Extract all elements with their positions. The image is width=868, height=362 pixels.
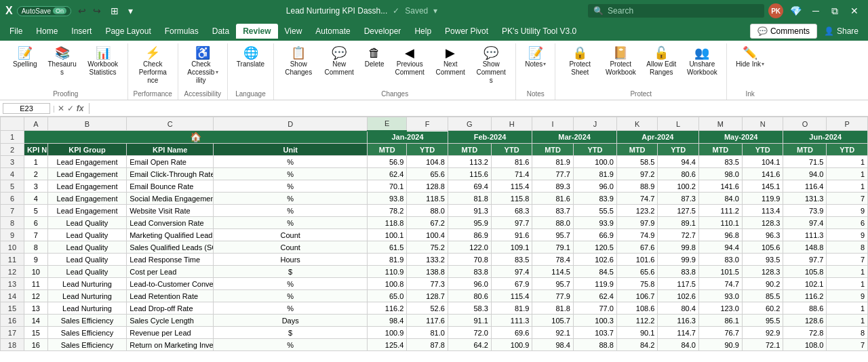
col-K-header[interactable]: K (616, 117, 658, 131)
col-G-header[interactable]: G (448, 117, 491, 131)
cancel-icon[interactable]: ✕ (58, 104, 64, 113)
col-F-header[interactable]: F (407, 117, 448, 131)
cell-M3[interactable]: 83.5 (698, 156, 742, 168)
cell-MN1[interactable]: May-2024 (698, 131, 783, 144)
cell-reference-input[interactable] (3, 103, 50, 114)
cell-D3[interactable]: % (214, 156, 368, 168)
delete-comment-button[interactable]: 🗑 Delete (361, 45, 388, 71)
thesaurus-button[interactable]: 📚 Thesaurus (43, 45, 81, 79)
col-P-header[interactable]: P (827, 117, 868, 131)
autosave-toggle[interactable]: AutoSave On (17, 6, 71, 16)
tab-automate[interactable]: Automate (309, 24, 357, 39)
check-performance-button[interactable]: ⚡ Check Performance (134, 45, 172, 87)
protect-workbook-button[interactable]: 📔 Protect Workbook (601, 45, 639, 79)
tab-power-pivot[interactable]: Power Pivot (438, 24, 495, 39)
cell-F3[interactable]: 104.8 (407, 156, 448, 168)
cell-P3[interactable]: 1 (827, 156, 868, 168)
col-O-header[interactable]: O (783, 117, 827, 131)
protect-sheet-button[interactable]: 🔒 Protect Sheet (561, 45, 599, 79)
minimize-button[interactable]: ─ (808, 4, 823, 18)
tab-pk-utility[interactable]: PK's Utility Tool V3.0 (495, 24, 583, 39)
cell-P2[interactable]: YTD (827, 144, 868, 156)
share-button[interactable]: 👤 Share (817, 24, 865, 38)
col-M-header[interactable]: M (698, 117, 742, 131)
col-L-header[interactable]: L (658, 117, 699, 131)
unshare-workbook-button[interactable]: 👥 Unshare Workbook (683, 45, 721, 79)
cell-O3[interactable]: 71.5 (783, 156, 827, 168)
previous-comment-button[interactable]: ◀ Previous Comment (391, 45, 429, 79)
cell-OP1[interactable]: Jun-2024 (783, 131, 868, 144)
cell-EF1[interactable]: Jan-2024 (368, 131, 448, 144)
cell-H3[interactable]: 81.6 (491, 156, 532, 168)
tab-help[interactable]: Help (408, 24, 438, 39)
tab-developer[interactable]: Developer (357, 24, 408, 39)
col-I-header[interactable]: I (532, 117, 574, 131)
tab-home[interactable]: Home (29, 24, 64, 39)
col-E-header[interactable]: E (368, 117, 407, 131)
cell-G2[interactable]: MTD (448, 144, 491, 156)
function-icon[interactable]: fx (77, 104, 84, 113)
notes-button[interactable]: 📝 Notes ▾ (521, 45, 549, 71)
cell-C3[interactable]: Email Open Rate (127, 156, 214, 168)
col-C-header[interactable]: C (127, 117, 214, 131)
cell-A3[interactable]: 1 (24, 156, 47, 168)
quick-access-button[interactable]: ⊞ (108, 4, 121, 18)
cell-F2[interactable]: YTD (407, 144, 448, 156)
more-tools-button[interactable]: ▾ (125, 4, 136, 18)
restore-button[interactable]: ⧉ (827, 4, 842, 18)
cell-N2[interactable]: YTD (742, 144, 783, 156)
col-B-header[interactable]: B (47, 117, 126, 131)
hide-ink-button[interactable]: ✏️ Hide Ink ▾ (732, 45, 768, 71)
confirm-icon[interactable]: ✓ (67, 104, 74, 113)
tab-file[interactable]: File (3, 24, 29, 39)
cell-D2[interactable]: Unit (214, 144, 368, 156)
undo-button[interactable]: ↩ (75, 4, 89, 18)
tab-data[interactable]: Data (205, 24, 236, 39)
cell-C2[interactable]: KPI Name (127, 144, 214, 156)
cell-N3[interactable]: 104.1 (742, 156, 783, 168)
new-comment-button[interactable]: 💬 New Comment (320, 45, 358, 79)
cell-A2[interactable]: KPI Number (24, 144, 47, 156)
translate-button[interactable]: 🌐 Translate (233, 45, 268, 71)
cell-L3[interactable]: 94.4 (658, 156, 699, 168)
tab-view[interactable]: View (278, 24, 309, 39)
cell-O2[interactable]: MTD (783, 144, 827, 156)
allow-edit-ranges-button[interactable]: 🔓 Allow Edit Ranges (642, 45, 680, 79)
cell-G3[interactable]: 113.2 (448, 156, 491, 168)
cell-I3[interactable]: 81.9 (532, 156, 574, 168)
cell-K2[interactable]: MTD (616, 144, 658, 156)
cell-B3[interactable]: Lead Engagement (47, 156, 126, 168)
col-H-header[interactable]: H (491, 117, 532, 131)
cell-E3[interactable]: 56.9 (368, 156, 407, 168)
cell-I2[interactable]: MTD (532, 144, 574, 156)
cell-J3[interactable]: 100.0 (573, 156, 616, 168)
cell-K3[interactable]: 58.5 (616, 156, 658, 168)
col-J-header[interactable]: J (573, 117, 616, 131)
diamond-icon[interactable]: 💎 (787, 4, 804, 18)
close-button[interactable]: ✕ (846, 4, 863, 18)
profile-avatar[interactable]: PK (768, 3, 783, 18)
redo-button[interactable]: ↪ (90, 4, 104, 18)
tab-review[interactable]: Review (236, 24, 277, 39)
tab-insert[interactable]: Insert (64, 24, 98, 39)
tab-page-layout[interactable]: Page Layout (98, 24, 157, 39)
cell-B2[interactable]: KPI Group (47, 144, 126, 156)
cell-L2[interactable]: YTD (658, 144, 699, 156)
col-D-header[interactable]: D (214, 117, 368, 131)
cell-E2[interactable]: MTD (368, 144, 407, 156)
formula-input[interactable] (94, 104, 865, 113)
check-accessibility-button[interactable]: ♿ Check Accessibility ▾ (184, 45, 222, 87)
search-bar[interactable]: 🔍 (588, 4, 764, 18)
workbook-statistics-button[interactable]: 📊 Workbook Statistics (84, 45, 122, 79)
cell-H2[interactable]: YTD (491, 144, 532, 156)
show-comments-button[interactable]: 💬 Show Comments (472, 45, 510, 87)
show-changes-button[interactable]: 📋 Show Changes (279, 45, 317, 79)
cell-J2[interactable]: YTD (573, 144, 616, 156)
cell-M2[interactable]: MTD (698, 144, 742, 156)
next-comment-button[interactable]: ▶ Next Comment (431, 45, 469, 79)
cell-A1[interactable]: 🏠 (24, 131, 367, 144)
col-A-header[interactable]: A (24, 117, 47, 131)
spelling-button[interactable]: 📝 Spelling (9, 45, 41, 71)
comments-button[interactable]: 💬 Comments (750, 24, 817, 39)
search-input[interactable] (608, 6, 743, 16)
